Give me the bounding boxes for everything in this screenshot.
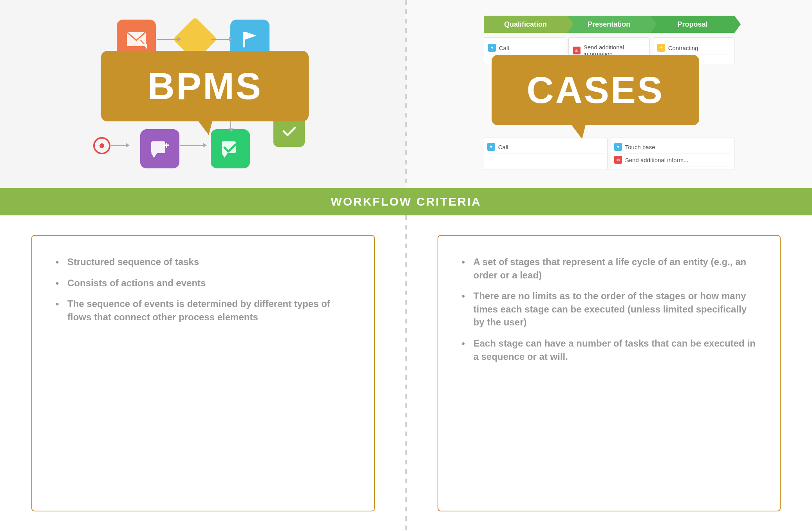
workflow-banner: WORKFLOW CRITERIA bbox=[0, 188, 812, 215]
cases-bottom: ⚑ Call ⚑ Touch base ✉ Send additional in… bbox=[484, 137, 734, 170]
cases-info-item-2: There are no limits as to the order of t… bbox=[462, 289, 757, 329]
task-call-qual-label: Call bbox=[499, 45, 509, 51]
stage-bar: Qualification Presentation Proposal bbox=[484, 16, 734, 33]
svg-marker-11 bbox=[222, 153, 228, 158]
flag-icon-qual: ⚑ bbox=[488, 44, 496, 52]
svg-marker-5 bbox=[245, 32, 257, 40]
cases-title: CASES bbox=[526, 69, 664, 112]
bpms-bubble: BPMS bbox=[101, 51, 309, 121]
circle-flow-icon bbox=[93, 137, 110, 154]
cases-info-box: A set of stages that represent a life cy… bbox=[438, 235, 781, 511]
main-layout: BPMS bbox=[0, 0, 812, 531]
task-call-qual: ⚑ Call bbox=[488, 42, 561, 54]
arrowhead-2 bbox=[229, 37, 233, 42]
bpms-info-item-1: Structured sequence of tasks bbox=[56, 255, 351, 269]
stage-qualification: Qualification bbox=[484, 16, 567, 33]
arrow-line-3 bbox=[111, 145, 127, 146]
cases-panel: Qualification Presentation Proposal ⚑ Ca… bbox=[406, 0, 812, 188]
green-flow-icon bbox=[211, 129, 250, 168]
arrowhead-3 bbox=[126, 143, 130, 148]
arrow-line-1 bbox=[157, 39, 178, 40]
cases-info-item-1: A set of stages that represent a life cy… bbox=[462, 255, 757, 282]
bpms-info-list: Structured sequence of tasks Consists of… bbox=[56, 255, 351, 331]
top-section: BPMS bbox=[0, 0, 812, 188]
cases-info-list: A set of stages that represent a life cy… bbox=[462, 255, 757, 371]
stage-qualification-label: Qualification bbox=[504, 20, 547, 29]
vertical-divider bbox=[405, 0, 407, 188]
task-call-bottom: ⚑ Call bbox=[487, 141, 604, 154]
cases-bottom-col-2: ⚑ Touch base ✉ Send additional inform... bbox=[611, 137, 734, 170]
bpms-info-panel: Structured sequence of tasks Consists of… bbox=[0, 215, 406, 531]
svg-marker-7 bbox=[151, 153, 157, 158]
bpms-info-item-2: Consists of actions and events bbox=[56, 276, 351, 290]
task-call-bottom-label: Call bbox=[498, 144, 508, 150]
bpms-panel: BPMS bbox=[0, 0, 406, 188]
arrowhead-1 bbox=[177, 37, 181, 42]
task-contract-label: Contracting bbox=[668, 45, 698, 51]
bottom-divider bbox=[405, 215, 407, 531]
task-touch-base: ⚑ Touch base bbox=[614, 141, 731, 154]
purple-flow-icon bbox=[140, 129, 179, 168]
svg-rect-6 bbox=[151, 141, 165, 153]
email-icon-bottom: ✉ bbox=[614, 156, 622, 164]
stage-proposal: Proposal bbox=[651, 16, 734, 33]
bpms-info-item-3: The sequence of events is determined by … bbox=[56, 297, 351, 323]
plus-icon-prop: + bbox=[657, 44, 665, 52]
arrowhead-down bbox=[229, 128, 233, 132]
task-send-additional: ✉ Send additional inform... bbox=[614, 154, 731, 166]
circle-dot bbox=[99, 143, 104, 148]
task-send-additional-label: Send additional inform... bbox=[625, 157, 689, 163]
cases-info-item-3: Each stage can have a number of tasks th… bbox=[462, 337, 757, 363]
stage-proposal-label: Proposal bbox=[678, 20, 708, 29]
bottom-section: Structured sequence of tasks Consists of… bbox=[0, 215, 812, 531]
task-touch-base-label: Touch base bbox=[625, 144, 655, 150]
cases-diagram: Qualification Presentation Proposal ⚑ Ca… bbox=[484, 16, 734, 172]
email-icon-pres: ✉ bbox=[573, 47, 581, 54]
svg-rect-4 bbox=[243, 32, 245, 47]
cases-bottom-col-1: ⚑ Call bbox=[484, 137, 608, 170]
arrowhead-4 bbox=[203, 143, 207, 148]
task-contract: + Contracting bbox=[657, 42, 730, 54]
stage-presentation: Presentation bbox=[567, 16, 651, 33]
flag-icon-touch: ⚑ bbox=[614, 143, 622, 151]
stage-presentation-label: Presentation bbox=[588, 20, 630, 29]
flag-icon-bottom: ⚑ bbox=[487, 143, 495, 151]
arrow-line-2 bbox=[211, 39, 230, 40]
workflow-title: WORKFLOW CRITERIA bbox=[331, 195, 481, 208]
cases-bubble: CASES bbox=[492, 55, 699, 125]
bpms-diagram: BPMS bbox=[81, 12, 324, 176]
bpms-info-box: Structured sequence of tasks Consists of… bbox=[31, 235, 375, 511]
cases-info-panel: A set of stages that represent a life cy… bbox=[406, 215, 812, 531]
bpms-title: BPMS bbox=[148, 65, 262, 108]
arrow-line-4 bbox=[180, 145, 204, 146]
